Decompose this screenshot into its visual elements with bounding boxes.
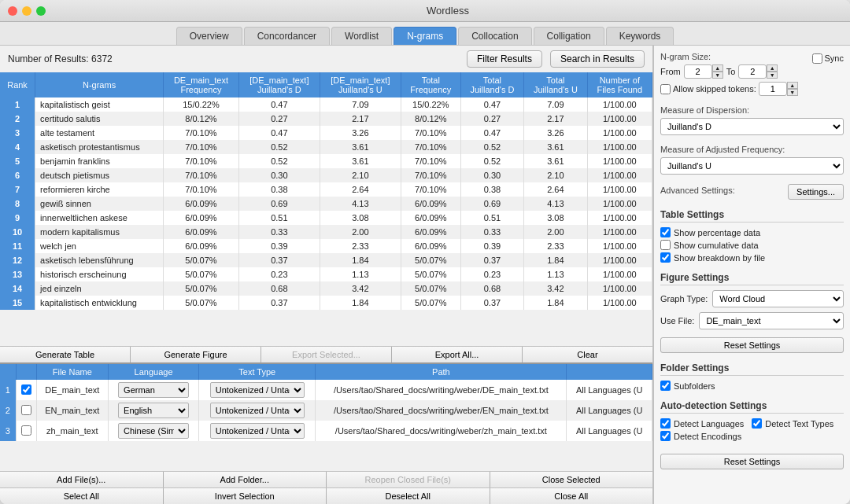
files-cell: 1/100.00 <box>587 211 652 225</box>
total-freq-cell: 6/0.09% <box>401 225 460 239</box>
total-u-cell: 2.33 <box>524 239 587 253</box>
to-stepper[interactable]: ▲ ▼ <box>738 64 778 79</box>
ngram-cell: reformieren kirche <box>35 182 164 197</box>
detect-text-types-checkbox[interactable] <box>752 418 762 429</box>
select-all-button[interactable]: Select All <box>0 488 164 504</box>
show-percentage-checkbox[interactable] <box>660 227 671 237</box>
files-cell: 1/100.00 <box>587 182 652 197</box>
rank-cell: 15 <box>0 296 35 310</box>
file-row-check[interactable] <box>16 421 36 441</box>
subfolders-checkbox[interactable] <box>660 381 671 391</box>
skipped-down-arrow[interactable]: ▼ <box>787 89 798 96</box>
close-button[interactable] <box>8 6 17 16</box>
file-lang-cell[interactable]: English <box>109 400 199 421</box>
tab-overview[interactable]: Overview <box>176 27 242 45</box>
skipped-input[interactable] <box>759 82 787 96</box>
total-freq-cell: 7/0.10% <box>401 154 460 168</box>
de-d-cell: 0.37 <box>238 253 320 267</box>
reset-settings-button2[interactable]: Reset Settings <box>660 454 844 469</box>
maximize-button[interactable] <box>36 6 46 16</box>
de-u-cell: 3.42 <box>320 281 401 296</box>
file-lang-dropdown[interactable]: English <box>118 403 189 418</box>
ngrams-table-container[interactable]: Rank N-grams DE_main_textFrequency [DE_m… <box>0 72 652 346</box>
show-breakdown-checkbox[interactable] <box>660 252 671 263</box>
use-file-dropdown[interactable]: DE_main_text <box>699 312 844 329</box>
tab-keywords[interactable]: Keywords <box>606 27 674 45</box>
total-freq-cell: 5/0.07% <box>401 296 460 310</box>
graph-type-dropdown[interactable]: Word Cloud <box>712 290 844 307</box>
export-all-button[interactable]: Export All... <box>392 347 523 362</box>
invert-selection-button[interactable]: Invert Selection <box>164 488 327 504</box>
to-input[interactable] <box>738 64 767 79</box>
table-row: 5 benjamin franklins 7/0.10% 0.52 3.61 7… <box>0 154 652 168</box>
close-selected-button[interactable]: Close Selected <box>490 472 653 487</box>
reset-settings-button[interactable]: Reset Settings <box>660 337 844 353</box>
file-type-cell[interactable]: Untokenized / Untagged <box>199 380 316 400</box>
tab-collocation[interactable]: Collocation <box>458 27 531 45</box>
tab-wordlist[interactable]: Wordlist <box>331 27 392 45</box>
file-lang-dropdown[interactable]: German <box>118 382 189 398</box>
to-down-arrow[interactable]: ▼ <box>767 72 778 79</box>
tab-colligation[interactable]: Colligation <box>534 27 604 45</box>
de-u-cell: 2.33 <box>320 239 401 253</box>
clear-button[interactable]: Clear <box>523 347 652 362</box>
file-type-cell[interactable]: Untokenized / Untagged <box>199 421 316 441</box>
minimize-button[interactable] <box>22 6 31 16</box>
file-lang-cell[interactable]: German <box>109 380 199 400</box>
generate-table-button[interactable]: Generate Table <box>0 347 131 362</box>
adj-freq-dropdown[interactable]: Juilland's U <box>660 157 844 175</box>
sync-label: Sync <box>825 53 844 63</box>
add-folder-button[interactable]: Add Folder... <box>164 472 327 487</box>
file-path-cell: /Users/tao/Shared_docs/writing/weber/zh_… <box>316 421 567 441</box>
close-all-button[interactable]: Close All <box>490 488 653 504</box>
skipped-stepper[interactable]: ▲ ▼ <box>759 82 798 96</box>
figure-settings-section: Figure Settings Graph Type: Word Cloud U… <box>660 272 844 353</box>
filter-results-button[interactable]: Filter Results <box>467 50 542 68</box>
tab-ngrams[interactable]: N-grams <box>394 27 456 45</box>
show-cumulative-checkbox[interactable] <box>660 240 671 250</box>
tab-concordancer[interactable]: Concordancer <box>244 27 330 45</box>
deselect-all-button[interactable]: Deselect All <box>327 488 490 504</box>
generate-figure-button[interactable]: Generate Figure <box>131 347 261 362</box>
file-type-cell[interactable]: Untokenized / Untagged <box>199 400 316 421</box>
de-freq-cell: 15/0.22% <box>164 97 239 112</box>
search-results-button[interactable]: Search in Results <box>550 50 645 68</box>
file-lang-dropdown[interactable]: Chinese (Simplified) <box>118 423 189 439</box>
export-selected-button[interactable]: Export Selected... <box>261 347 392 362</box>
file-type-dropdown[interactable]: Untokenized / Untagged <box>210 382 305 398</box>
file-row-num: 1 <box>0 380 16 400</box>
from-input[interactable] <box>684 64 712 79</box>
col-rank: Rank <box>0 72 35 97</box>
file-row-check[interactable] <box>16 400 36 421</box>
file-lang-cell[interactable]: Chinese (Simplified) <box>109 421 199 441</box>
to-up-arrow[interactable]: ▲ <box>767 64 778 72</box>
dispersion-dropdown[interactable]: Juilland's D <box>660 118 844 135</box>
total-u-cell: 3.26 <box>524 126 587 140</box>
add-files-button[interactable]: Add File(s)... <box>0 472 164 487</box>
from-down-arrow[interactable]: ▼ <box>712 72 723 79</box>
sync-checkbox[interactable] <box>812 53 822 64</box>
detect-languages-checkbox[interactable] <box>660 418 671 429</box>
file-type-dropdown[interactable]: Untokenized / Untagged <box>210 403 305 418</box>
file-type-dropdown[interactable]: Untokenized / Untagged <box>210 423 305 439</box>
file-table-container[interactable]: File Name Language Text Type Path 1 DE_m… <box>0 364 652 471</box>
ngram-cell: welch jen <box>35 239 164 253</box>
from-up-arrow[interactable]: ▲ <box>712 64 723 72</box>
total-freq-cell: 7/0.10% <box>401 126 460 140</box>
allow-skipped-checkbox[interactable] <box>660 84 671 94</box>
total-d-cell: 0.51 <box>460 211 523 225</box>
results-count: Number of Results: 6372 <box>8 53 113 64</box>
detect-encodings-checkbox[interactable] <box>660 431 671 441</box>
from-stepper[interactable]: ▲ ▼ <box>684 64 723 79</box>
reopen-closed-button[interactable]: Reopen Closed File(s) <box>327 472 490 487</box>
autodetect-section: Auto-detection Settings Detect Languages… <box>660 400 844 441</box>
total-d-cell: 0.69 <box>460 197 523 211</box>
de-u-cell: 3.08 <box>320 211 401 225</box>
settings-button[interactable]: Settings... <box>788 184 844 200</box>
skipped-up-arrow[interactable]: ▲ <box>787 82 798 89</box>
main-window: Wordless Overview Concordancer Wordlist … <box>0 0 850 504</box>
file-row-check[interactable] <box>16 380 36 400</box>
table-actions-bar: Generate Table Generate Figure Export Se… <box>0 346 652 362</box>
allow-skipped-row: Allow skipped tokens: ▲ ▼ <box>660 82 844 96</box>
de-freq-cell: 7/0.10% <box>164 168 239 182</box>
